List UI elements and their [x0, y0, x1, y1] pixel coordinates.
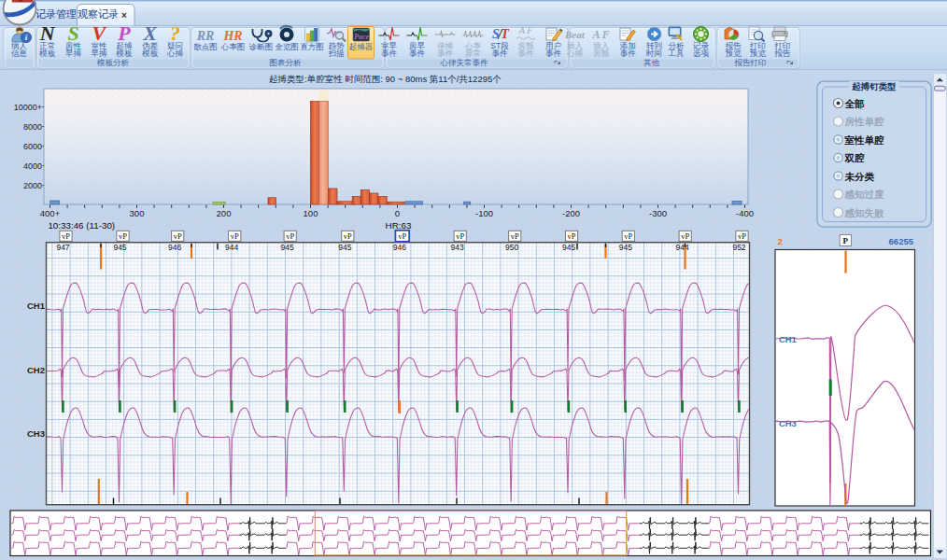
svg-text:2000: 2000 [23, 181, 42, 190]
svg-text:观察记录: 观察记录 [78, 8, 119, 20]
svg-text:报告打印: 报告打印 [734, 58, 767, 67]
svg-text:工具: 工具 [668, 49, 685, 58]
svg-text:952: 952 [732, 243, 745, 252]
svg-text:vP: vP [511, 231, 519, 241]
svg-text:P: P [843, 236, 849, 245]
svg-text:未分类: 未分类 [844, 171, 875, 182]
svg-text:报告: 报告 [773, 49, 791, 58]
svg-text:-300: -300 [649, 208, 667, 218]
svg-text:心律失常事件: 心律失常事件 [440, 58, 489, 67]
svg-text:CH1: CH1 [779, 334, 798, 344]
svg-text:图表分析: 图表分析 [270, 58, 303, 67]
svg-text:HR: HR [222, 29, 242, 43]
svg-text:4000: 4000 [23, 161, 42, 171]
svg-text:事件: 事件 [545, 49, 562, 58]
svg-text:0: 0 [395, 208, 400, 218]
svg-text:事件: 事件 [437, 49, 454, 58]
svg-text:事件: 事件 [381, 49, 398, 58]
svg-text:全部: 全部 [845, 98, 866, 109]
svg-text:房颤: 房颤 [593, 49, 610, 58]
svg-text:时间: 时间 [646, 49, 662, 58]
svg-text:A F: A F [592, 28, 610, 41]
svg-text:HR:63: HR:63 [386, 220, 412, 231]
svg-text:CH1: CH1 [27, 301, 46, 311]
svg-text:Beat: Beat [564, 29, 586, 40]
svg-text:vP: vP [681, 231, 689, 241]
svg-text:946: 946 [168, 243, 181, 252]
svg-text:vP: vP [231, 231, 239, 241]
svg-text:vP: vP [62, 231, 70, 241]
svg-text:起搏钉类型: 起搏钉类型 [851, 81, 897, 91]
svg-text:全览图: 全览图 [275, 42, 299, 51]
svg-text:944: 944 [676, 243, 689, 252]
svg-text:vP: vP [624, 231, 632, 241]
svg-text:947: 947 [56, 243, 69, 252]
svg-text:400+: 400+ [40, 208, 61, 218]
svg-text:诊断图: 诊断图 [249, 42, 274, 51]
svg-text:-100: -100 [475, 208, 493, 218]
svg-text:10:33:46 (11-30): 10:33:46 (11-30) [48, 220, 115, 231]
svg-text:vP: vP [286, 231, 294, 241]
svg-text:950: 950 [505, 243, 518, 252]
svg-text:vP: vP [119, 231, 127, 241]
svg-text:信息: 信息 [10, 49, 28, 58]
svg-text:300: 300 [130, 208, 145, 218]
svg-text:早搏: 早搏 [91, 49, 107, 58]
svg-text:事件: 事件 [518, 49, 535, 58]
svg-text:扫描: 扫描 [329, 49, 346, 58]
svg-text:CH3: CH3 [779, 418, 797, 428]
svg-text:感知过度: 感知过度 [844, 189, 885, 200]
svg-text:945: 945 [113, 243, 126, 252]
svg-text:945: 945 [562, 243, 575, 252]
svg-text:其他: 其他 [643, 58, 660, 67]
svg-text:10000+: 10000+ [14, 103, 42, 112]
svg-text:散点图: 散点图 [193, 42, 218, 51]
svg-text:200: 200 [217, 208, 232, 218]
svg-text:vP: vP [568, 231, 576, 241]
svg-text:vP: vP [738, 231, 746, 241]
svg-text:Pace: Pace [354, 33, 369, 41]
svg-text:66255: 66255 [889, 236, 914, 246]
svg-text:vP: vP [398, 231, 406, 241]
svg-text:模板分析: 模板分析 [96, 58, 130, 67]
svg-text:心搏: 心搏 [166, 49, 184, 58]
svg-text:模板: 模板 [116, 49, 134, 58]
svg-text:双腔: 双腔 [844, 152, 866, 163]
svg-text:记录管理: 记录管理 [35, 8, 77, 20]
svg-text:房性单腔: 房性单腔 [844, 116, 885, 127]
svg-text:8000: 8000 [23, 122, 42, 132]
svg-text:943: 943 [451, 243, 464, 252]
svg-text:S: S [492, 27, 500, 41]
svg-text:选项: 选项 [692, 49, 710, 58]
svg-text:100: 100 [304, 208, 318, 218]
svg-text:事件: 事件 [620, 49, 637, 58]
svg-text:A F: A F [518, 25, 533, 35]
svg-text:6000: 6000 [23, 142, 42, 151]
svg-text:945: 945 [619, 243, 632, 252]
svg-text:946: 946 [393, 243, 406, 252]
svg-text:RR: RR [196, 29, 215, 43]
svg-text:2: 2 [777, 236, 782, 246]
svg-text:945: 945 [338, 243, 351, 252]
svg-text:早搏: 早搏 [65, 49, 82, 58]
svg-text:-200: -200 [562, 208, 580, 218]
svg-text:起搏类型:单腔室性 时间范围: 90 ~ 80ms 第11个: 起搏类型:单腔室性 时间范围: 90 ~ 80ms 第11个/共12295个 [269, 74, 502, 84]
svg-text:直方图: 直方图 [300, 42, 324, 51]
svg-text:心搏: 心搏 [566, 49, 584, 58]
svg-text:-400: -400 [736, 208, 754, 218]
svg-text:起搏器: 起搏器 [349, 42, 374, 51]
svg-text:CH3: CH3 [27, 428, 45, 439]
svg-text:vP: vP [456, 231, 464, 241]
svg-text:心率图: 心率图 [220, 42, 246, 51]
svg-text:室性单腔: 室性单腔 [844, 134, 885, 146]
svg-text:事件: 事件 [492, 49, 509, 58]
svg-text:事件: 事件 [409, 49, 426, 58]
svg-text:异常: 异常 [465, 49, 481, 58]
svg-text:模板: 模板 [38, 49, 56, 58]
svg-text:CH2: CH2 [27, 365, 45, 375]
svg-text:预览: 预览 [749, 49, 767, 58]
svg-text:×: × [121, 10, 127, 21]
svg-text:vP: vP [344, 231, 352, 241]
svg-text:模板: 模板 [141, 49, 159, 58]
svg-text:944: 944 [225, 243, 238, 252]
